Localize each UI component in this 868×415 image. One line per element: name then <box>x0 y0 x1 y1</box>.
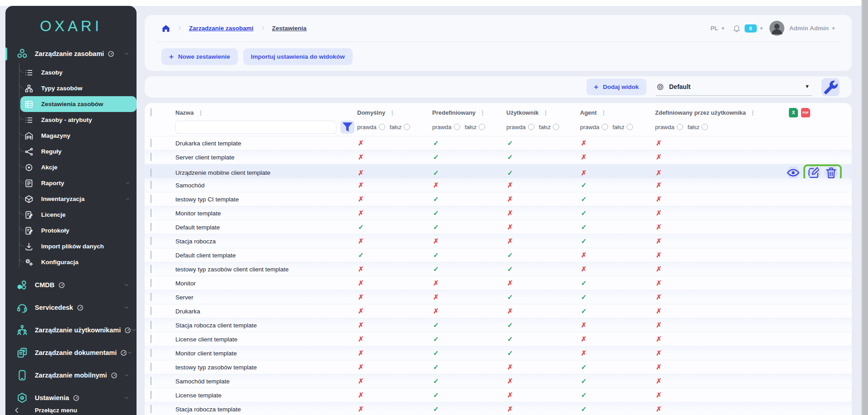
table-row-license-client-template[interactable]: License client template✗✓✓✗✗ <box>145 332 852 346</box>
column-menu-icon[interactable]: ⋮ <box>750 109 756 116</box>
column-header-zdefiniowany-przez-uzytkownika[interactable]: Zdefiniowany przez użytkownika⋮ <box>655 109 786 116</box>
breadcrumb-link-zarzadzanie-zasobami[interactable]: Zarządzanie zasobami <box>189 25 254 32</box>
table-row-default-client-template[interactable]: Default client template✓✓✓✗✗ <box>145 248 852 262</box>
notification-badge[interactable]: 0 <box>745 24 757 33</box>
row-checkbox[interactable] <box>151 307 151 315</box>
user-menu[interactable]: Admin Admin <box>789 25 829 32</box>
column-menu-icon[interactable]: ⋮ <box>601 109 607 116</box>
table-row-monitor-template[interactable]: Monitor template✗✓✗✓✗ <box>145 206 852 220</box>
sidebar-item-zestawienia-zasobow[interactable]: Zestawienia zasobów <box>20 96 137 112</box>
radio-false[interactable] <box>702 124 708 130</box>
radio-false[interactable] <box>553 124 559 130</box>
row-checkbox[interactable] <box>151 363 151 371</box>
row-checkbox[interactable] <box>151 349 151 357</box>
view-settings-button[interactable] <box>821 78 840 96</box>
breadcrumb-current-zestawienia[interactable]: Zestawienia <box>272 25 307 32</box>
column-menu-icon[interactable]: ⋮ <box>389 109 395 116</box>
table-row-testowy-typ-ci-template[interactable]: testowy typ CI template✗✓✗✓✗ <box>145 192 852 206</box>
sidebar-item-konfiguracja[interactable]: Konfiguracja <box>5 254 137 270</box>
table-row-monitor[interactable]: Monitor✗✗✗✓✗ <box>145 276 852 290</box>
column-header-uzytkownik[interactable]: Użytkownik⋮ <box>506 109 580 116</box>
collapse-menu-button[interactable]: Przełącz menu <box>5 400 137 415</box>
export-pdf-icon[interactable]: PDF <box>801 108 810 117</box>
table-row-default-template[interactable]: Default template✓✓✗✓✗ <box>145 220 852 234</box>
row-checkbox[interactable] <box>151 279 151 287</box>
sidebar-section-zarzadzanie-dokumentami[interactable]: Zarządzanie dokumentami <box>5 341 137 364</box>
column-menu-icon[interactable]: ⋮ <box>543 109 549 116</box>
chevron-down-icon[interactable] <box>131 327 137 333</box>
table-row-testowy-typ-zasobow-template[interactable]: testowy typ zasobów template✗✓✗✓✗ <box>145 360 852 374</box>
view-select[interactable]: Default ▼ <box>656 82 812 96</box>
row-checkbox[interactable] <box>151 335 151 343</box>
chevron-down-icon[interactable]: ▾ <box>832 26 835 31</box>
column-header-agent[interactable]: Agent⋮ <box>580 109 655 116</box>
table-row-server[interactable]: Server✗✗✓✓✗ <box>145 290 852 304</box>
row-checkbox[interactable] <box>151 321 151 329</box>
row-checkbox[interactable] <box>151 251 151 259</box>
chevron-down-icon[interactable] <box>124 373 129 378</box>
table-row-drukarka-client-template[interactable]: Drukarka client template✗✓✓✗✗ <box>145 136 852 150</box>
table-row-drukarka[interactable]: Drukarka✗✗✗✓✗ <box>145 304 852 318</box>
radio-false[interactable] <box>479 124 485 130</box>
view-row-button[interactable] <box>786 167 800 179</box>
sidebar-item-raporty[interactable]: Raporty <box>5 175 137 191</box>
row-checkbox[interactable] <box>151 265 151 273</box>
chevron-up-icon[interactable] <box>124 51 129 56</box>
table-row-testowy-typ-zasobow-client-client-template[interactable]: testowy typ zasobów client client templa… <box>145 262 852 276</box>
chevron-down-icon[interactable] <box>125 181 130 186</box>
column-header-predefiniowany[interactable]: Predefiniowany⋮ <box>432 109 506 116</box>
row-checkbox[interactable] <box>151 153 151 161</box>
page-scrollbar[interactable] <box>861 0 868 415</box>
radio-false[interactable] <box>404 124 410 130</box>
row-checkbox[interactable] <box>151 181 151 189</box>
row-checkbox[interactable] <box>151 195 151 203</box>
table-row-monitor-client-template[interactable]: Monitor client template✗✓✓✗✗ <box>145 346 852 360</box>
radio-true[interactable] <box>602 124 608 130</box>
edit-row-button[interactable] <box>807 167 821 179</box>
sidebar-section-zarzadzanie-mobilnymi[interactable]: Zarządzanie mobilnymi <box>5 364 137 387</box>
table-row-samochod-template[interactable]: Samochód template✗✓✗✓✗ <box>145 374 852 388</box>
sidebar-item-zasoby-atrybuty[interactable]: Zasoby - atrybuty <box>5 112 137 128</box>
table-row-stacja-robocza-client-template[interactable]: Stacja robocza client template✗✓✓✗✗ <box>145 318 852 332</box>
new-zestawienie-button[interactable]: + Nowe zestawienie <box>161 48 238 65</box>
row-checkbox[interactable] <box>151 209 151 217</box>
row-checkbox[interactable] <box>151 237 151 245</box>
select-all-checkbox[interactable] <box>151 108 151 117</box>
table-row-license-template[interactable]: License template✗✓✗✓✗ <box>145 388 852 402</box>
chevron-down-icon[interactable] <box>124 305 129 310</box>
radio-true[interactable] <box>677 124 683 130</box>
table-row-stacja-robocza[interactable]: Stacja robocza✗✗✗✓✗ <box>145 234 852 248</box>
sidebar-item-typy-zasobow[interactable]: Typy zasobów <box>5 80 137 96</box>
column-header-domyslny[interactable]: Domyślny⋮ <box>357 109 432 116</box>
sidebar-section-servicedesk[interactable]: Servicedesk <box>5 296 137 319</box>
row-checkbox[interactable] <box>151 405 151 413</box>
sidebar-item-inwentaryzacja[interactable]: Inwentaryzacja <box>5 191 137 207</box>
avatar[interactable] <box>769 20 785 36</box>
row-checkbox[interactable] <box>151 377 151 385</box>
filter-button[interactable] <box>340 121 354 134</box>
sidebar-section-zarzadzanie-zasobami[interactable]: Zarządzanie zasobami <box>5 44 137 64</box>
row-checkbox[interactable] <box>151 139 151 147</box>
export-excel-icon[interactable]: X <box>789 108 798 117</box>
language-selector[interactable]: PL <box>710 25 718 32</box>
chevron-down-icon[interactable]: ▾ <box>760 26 763 31</box>
radio-true[interactable] <box>379 124 385 130</box>
table-row-urzadzenie-mobilne-client-template[interactable]: Urządzenie mobilne client template✗✓✓✗✗ <box>145 164 852 178</box>
row-checkbox[interactable] <box>151 293 151 301</box>
sidebar-item-zasoby[interactable]: Zasoby <box>5 65 137 80</box>
column-header-nazwa[interactable]: Nazwa⋮ <box>170 109 357 116</box>
name-filter-input[interactable] <box>175 121 336 134</box>
scrollbar-thumb[interactable] <box>862 0 868 415</box>
sidebar-section-zarzadzanie-uzytkownikami[interactable]: Zarządzanie użytkownikami <box>5 319 137 341</box>
bell-icon[interactable] <box>732 24 741 33</box>
chevron-down-icon[interactable] <box>124 282 129 288</box>
sidebar-item-magazyny[interactable]: Magazyny <box>5 128 137 144</box>
add-view-button[interactable]: + Dodaj widok <box>586 79 646 95</box>
table-row-stacja-robocza-template[interactable]: Stacja robocza template✗✓✗✓✗ <box>145 402 852 415</box>
radio-true[interactable] <box>528 124 534 130</box>
sidebar-item-protoko-y[interactable]: Protokoły <box>5 223 137 238</box>
radio-false[interactable] <box>627 124 633 130</box>
row-checkbox[interactable] <box>151 168 151 177</box>
home-icon[interactable] <box>161 24 170 33</box>
chevron-down-icon[interactable] <box>125 196 130 201</box>
